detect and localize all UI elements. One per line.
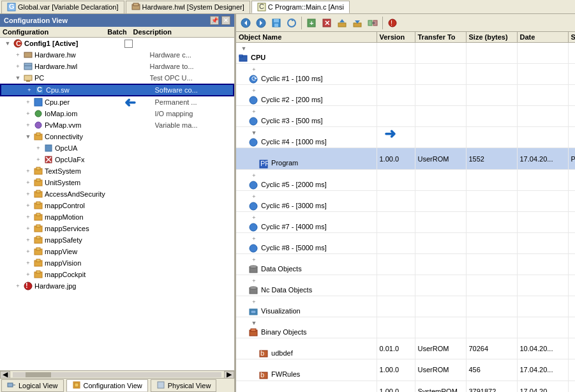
tree-node-config1[interactable]: ▼ C Config1 [Active]	[0, 38, 234, 49]
tab-hardware-hwl[interactable]: Hardware.hwl [System Designer]	[126, 1, 250, 13]
table-row-cyclic7[interactable]: + Cyclic #7 - [4000 ms]	[236, 211, 575, 232]
table-row-fwrules[interactable]: + b FWRules 1.00.0 UserROM 456 17.04.20.…	[236, 359, 575, 381]
tree-node-unitsystem[interactable]: + UnitSystem	[0, 177, 234, 188]
toolbar-btn-download[interactable]	[350, 16, 364, 30]
close-panel-button[interactable]: ✕	[221, 16, 230, 25]
scroll-track[interactable]	[13, 372, 221, 377]
table-row-cyclic4[interactable]: ▼ Cyclic #4 - [1000 ms] ➜	[236, 127, 575, 148]
tab-configuration-view[interactable]: Configuration View	[66, 379, 148, 392]
expander-mappcockpit[interactable]: +	[23, 269, 33, 280]
toolbar-btn-save[interactable]	[269, 16, 283, 30]
table-row-cyclic8[interactable]: + Cyclic #8 - [5000 ms]	[236, 232, 575, 253]
tree-node-hardware-jpg[interactable]: + ! Hardware.jpg	[0, 280, 234, 292]
tree-node-cpu-per[interactable]: + Cpu.per Permanent ...	[0, 96, 234, 108]
expander-accessandsecurity[interactable]: +	[23, 189, 33, 199]
expander-mappservices[interactable]: +	[23, 223, 33, 234]
expander-mappmotion[interactable]: +	[23, 212, 33, 222]
table-row-tcdata[interactable]: + b TCData 1.00.0 SystemROM 3791872 17.0…	[236, 381, 575, 392]
data-objects-expander[interactable]: +	[249, 255, 259, 265]
cyclic1-expander[interactable]: +	[249, 64, 259, 75]
toolbar-btn-transfer[interactable]	[366, 16, 380, 30]
table-row-binary-objects[interactable]: ▼ Binary Objects	[236, 317, 575, 338]
table-row-cyclic3[interactable]: + Cyclic #3 - [500 ms]	[236, 106, 575, 127]
expander-pc[interactable]: ▼	[13, 73, 23, 83]
table-row-cyclic6[interactable]: + Cyclic #6 - [3000 ms]	[236, 190, 575, 211]
expander-opcua[interactable]: +	[33, 143, 43, 153]
table-row-cyclic5[interactable]: + Cyclic #5 - [2000 ms]	[236, 169, 575, 190]
expander-hwl[interactable]: +	[13, 61, 23, 72]
expander-iomap[interactable]: +	[23, 109, 33, 119]
tree-node-mappsafety[interactable]: + mappSafety	[0, 234, 234, 246]
expander-pvmap[interactable]: +	[23, 120, 33, 130]
expander-cpu-per[interactable]: +	[23, 97, 33, 107]
tab-logical-view[interactable]: Logical View	[1, 379, 64, 392]
tree-node-cpu-sw[interactable]: + C Cpu.sw Software co...	[0, 84, 234, 96]
expander-config1[interactable]: ▼	[3, 38, 13, 49]
table-row-nc-data-objects[interactable]: + Nc Data Objects	[236, 275, 575, 296]
expander-cpu-sw[interactable]: +	[24, 85, 34, 95]
pin-button[interactable]: 📌	[210, 16, 219, 25]
toolbar-btn-forward[interactable]	[254, 16, 268, 30]
cpu-expander[interactable]: ▼	[239, 43, 249, 54]
cyclic4-expander[interactable]: ▼	[249, 128, 259, 138]
toolbar-btn-delete[interactable]: ✕	[320, 16, 334, 30]
toolbar-btn-red[interactable]: !	[385, 16, 400, 30]
table-row-udbdef[interactable]: + b udbdef 0.01.0 UserROM 70264 10.04.20…	[236, 338, 575, 359]
tree-node-hardware-hw[interactable]: + Hardware.hw Hardware c...	[0, 49, 234, 61]
tree-node-mappservices[interactable]: + mappServices	[0, 223, 234, 234]
tree-node-connectivity[interactable]: ▼ Connectivity	[0, 131, 234, 142]
binary-objects-expander[interactable]: ▼	[249, 318, 259, 328]
expander-opcuafx[interactable]: +	[33, 155, 43, 165]
table-row-data-objects[interactable]: + Data Objects	[236, 253, 575, 275]
tree-node-accessandsecurity[interactable]: + AccessAndSecurity	[0, 188, 234, 200]
tree-node-pvmap[interactable]: + PvMap.vvm Variable ma...	[0, 119, 234, 131]
tab-physical-view[interactable]: Physical View	[151, 379, 217, 392]
tree-node-hardware-hwl[interactable]: + Hardware.hwl Hardware to...	[0, 61, 234, 72]
tree-node-mappvision[interactable]: + mappVision	[0, 257, 234, 269]
tab-program-main[interactable]: C C Program::Main.c [Ansi	[251, 1, 350, 13]
cyclic8-expander[interactable]: +	[249, 234, 259, 244]
tree-node-opcuafx[interactable]: + OpcUaFx	[0, 154, 234, 165]
batch-checkbox[interactable]	[124, 40, 133, 48]
expander-jpg[interactable]: +	[13, 281, 23, 291]
expander-textsystem[interactable]: +	[23, 166, 33, 176]
toolbar-btn-upload[interactable]	[335, 16, 349, 30]
toolbar-btn-refresh[interactable]	[285, 16, 299, 30]
table-row-program[interactable]: + PRG Program 1.00.0 UserROM 1552 17.04.…	[236, 148, 575, 169]
toolbar-btn-add[interactable]: +	[304, 16, 318, 30]
scroll-thumb[interactable]	[26, 372, 51, 377]
tree-node-opcua[interactable]: + OpcUA	[0, 142, 234, 154]
h-scrollbar[interactable]: ◀ ▶	[0, 370, 234, 378]
toolbar-btn-back[interactable]	[239, 16, 253, 30]
table-row-cyclic1[interactable]: + ⟳ Cyclic #1 - [100 ms]	[236, 64, 575, 85]
expander-mappview[interactable]: +	[23, 246, 33, 257]
cyclic6-expander[interactable]: +	[249, 192, 259, 202]
cyclic7-expander[interactable]: +	[249, 213, 259, 223]
expander-connectivity[interactable]: ▼	[23, 132, 33, 142]
tree-node-mappcockpit[interactable]: + mappCockpit	[0, 269, 234, 280]
table-row-visualization[interactable]: + Visualization	[236, 296, 575, 317]
table-row-cpu[interactable]: ▼ CPU	[236, 43, 575, 64]
cyclic2-expander[interactable]: +	[249, 86, 259, 96]
tree-node-pc[interactable]: ▼ PC Test OPC U...	[0, 72, 234, 84]
right-content[interactable]: Object Name Version Transfer To Size (by…	[236, 32, 575, 392]
nc-data-expander[interactable]: +	[249, 276, 259, 286]
tree-node-mappview[interactable]: + mappView	[0, 246, 234, 257]
scroll-left-btn[interactable]: ◀	[0, 371, 10, 379]
tree-node-mappmotion[interactable]: + mappMotion	[0, 211, 234, 223]
tree-node-textsystem[interactable]: + TextSystem	[0, 165, 234, 177]
expander-mappsafety[interactable]: +	[23, 235, 33, 245]
cyclic5-expander[interactable]: +	[249, 170, 259, 181]
expander-mappvision[interactable]: +	[23, 258, 33, 268]
visualization-expander[interactable]: +	[249, 297, 259, 307]
table-row-cyclic2[interactable]: + Cyclic #2 - [200 ms]	[236, 85, 575, 106]
tree-area[interactable]: ▼ C Config1 [Active] + Hardware.hw Hardw…	[0, 38, 234, 370]
expander-hw[interactable]: +	[13, 50, 23, 60]
cyclic3-expander[interactable]: +	[249, 107, 259, 117]
tree-node-iomap[interactable]: + IoMap.iom I/O mapping	[0, 108, 234, 119]
scroll-right-btn[interactable]: ▶	[224, 371, 234, 379]
tree-node-mappcontrol[interactable]: + mappControl	[0, 200, 234, 211]
expander-unitsystem[interactable]: +	[23, 177, 33, 188]
expander-mappcontrol[interactable]: +	[23, 200, 33, 211]
tab-global-var[interactable]: G Global.var [Variable Declaration]	[1, 1, 124, 13]
